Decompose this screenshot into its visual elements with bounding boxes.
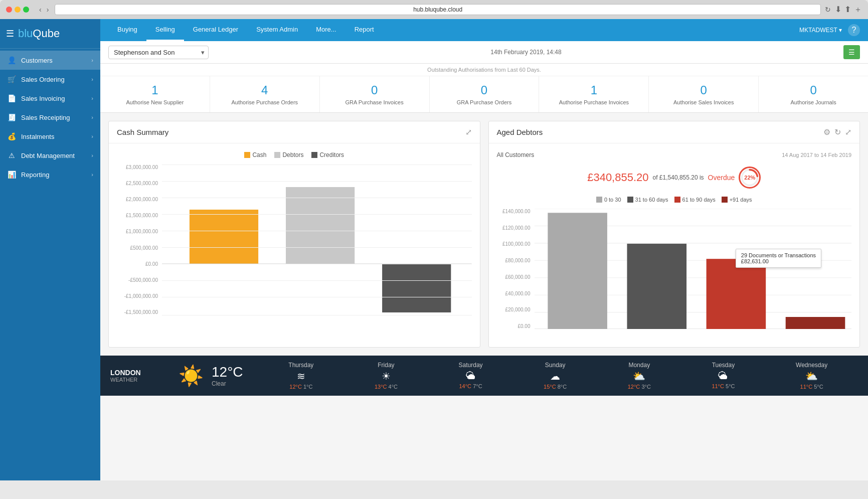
y-label-6: £0.00	[145, 261, 158, 267]
aged-dot-61-90	[674, 197, 680, 203]
auth-card-purchase-orders[interactable]: 4 Authorise Purchase Orders	[210, 76, 320, 112]
cash-summary-panel: Cash Summary ⤢ Cash	[108, 121, 480, 348]
sidebar-item-reporting[interactable]: 📊 Reporting ›	[0, 165, 100, 184]
weather-temp-area: 12°C Clear	[212, 364, 243, 387]
aged-chart-svg	[535, 209, 852, 329]
chart-bars-area	[162, 164, 472, 315]
weather-day-tuesday: Tuesday 🌥 11°C 5°C	[712, 362, 735, 390]
cash-summary-header: Cash Summary ⤢	[109, 121, 480, 143]
cash-legend-cash: Cash	[244, 151, 266, 158]
sidebar-item-customers[interactable]: 👤 Customers ›	[0, 51, 100, 70]
svg-rect-10	[548, 213, 607, 329]
gridline-5	[162, 247, 472, 248]
sales-ordering-icon: 🛒	[7, 75, 16, 83]
auth-number-gra-invoices: 0	[371, 83, 378, 97]
overdue-of: of £1,540,855.20 is	[653, 174, 704, 181]
thursday-temps: 12°C 1°C	[289, 384, 312, 390]
aged-y-3: £80,000.00	[505, 258, 530, 263]
sidebar-item-debt-management[interactable]: ⚠ Debt Management ›	[0, 146, 100, 165]
saturday-icon: 🌥	[466, 370, 476, 382]
auth-card-new-supplier[interactable]: 1 Authorise New Supplier	[100, 76, 210, 112]
menu-button[interactable]: ☰	[843, 45, 860, 59]
sidebar-label-instalments: Instalments	[21, 133, 54, 140]
overdue-circle: 22%	[739, 167, 761, 189]
nav-report[interactable]: Report	[345, 19, 383, 41]
sidebar-item-sales-ordering[interactable]: 🛒 Sales Ordering ›	[0, 70, 100, 89]
wednesday-label: Wednesday	[796, 362, 827, 369]
aged-y-axis: £140,000.00 £120,000.00 £100,000.00 £80,…	[497, 209, 535, 329]
cash-legend: Cash Debtors Creditors	[117, 151, 472, 158]
aged-legend-31-60: 31 to 60 days	[627, 197, 668, 203]
auth-card-gra-invoices[interactable]: 0 GRA Purchase Invoices	[320, 76, 430, 112]
auth-number-sales-invoices: 0	[701, 83, 707, 97]
auth-card-purchase-invoices[interactable]: 1 Authorise Purchase Invoices	[539, 76, 649, 112]
top-nav: Buying Selling General Ledger System Adm…	[100, 19, 868, 41]
friday-icon: ☀	[382, 370, 391, 382]
auth-label-gra-orders: GRA Purchase Orders	[457, 99, 511, 105]
sidebar-label-customers: Customers	[21, 57, 53, 64]
weather-day-thursday: Thursday ≋ 12°C 1°C	[288, 362, 313, 390]
y-label-7: -£500,000.00	[128, 277, 158, 283]
content-area: Stephenson and Son 14th February 2019, 1…	[100, 41, 868, 480]
cash-dot	[244, 152, 250, 158]
tuesday-icon: 🌥	[718, 370, 728, 382]
download-icon[interactable]: ⬇	[835, 5, 841, 15]
expand-icon[interactable]: ⤢	[465, 127, 472, 137]
maximize-button[interactable]	[23, 7, 29, 13]
y-axis: £3,000,000.00 £2,500,000.00 £2,000,000.0…	[117, 164, 162, 315]
y-label-5: £500,000.00	[130, 245, 158, 251]
weather-day-sunday: Sunday ☁ 15°C 8°C	[544, 362, 567, 390]
close-button[interactable]	[6, 7, 12, 13]
auth-label-purchase-invoices: Authorise Purchase Invoices	[559, 99, 629, 105]
aged-dot-0-30	[596, 197, 602, 203]
aged-debtors-panel: Aged Debtors ⚙ ↻ ⤢ All Customers 14 Aug …	[488, 121, 860, 348]
sidebar-item-sales-receipting[interactable]: 🧾 Sales Receipting ›	[0, 108, 100, 127]
overdue-info: £340,855.20 of £1,540,855.20 is Overdue …	[497, 167, 852, 189]
auth-number-new-supplier: 1	[151, 83, 158, 97]
auth-card-gra-orders[interactable]: 0 GRA Purchase Orders	[430, 76, 540, 112]
thursday-label: Thursday	[288, 362, 313, 369]
auth-number-journals: 0	[810, 83, 816, 97]
wednesday-temps: 11°C 5°C	[800, 384, 823, 390]
sidebar-item-sales-invoicing[interactable]: 📄 Sales Invoicing ›	[0, 89, 100, 108]
aged-y-7: £0.00	[517, 323, 530, 329]
gridline-2	[162, 198, 472, 198]
help-button[interactable]: ?	[848, 24, 860, 36]
forward-button[interactable]: ›	[45, 5, 51, 15]
back-button[interactable]: ‹	[37, 5, 44, 15]
nav-general-ledger[interactable]: General Ledger	[184, 19, 247, 41]
sidebar-item-instalments[interactable]: 💰 Instalments ›	[0, 127, 100, 146]
refresh-icon[interactable]: ↻	[834, 127, 841, 137]
browser-toolbar: ‹ › hub.bluqube.cloud ↻ ⬇ ⬆ ＋	[6, 4, 862, 19]
reload-icon[interactable]: ↻	[825, 6, 831, 14]
y-label-3: £1,500,000.00	[126, 213, 158, 218]
customers-icon: 👤	[7, 56, 16, 64]
company-select[interactable]: Stephenson and Son	[108, 46, 209, 59]
settings-icon[interactable]: ⚙	[823, 127, 830, 137]
new-tab-icon[interactable]: ＋	[854, 5, 862, 15]
logo: bluQube	[18, 27, 60, 40]
auth-card-journals[interactable]: 0 Authorise Journals	[759, 76, 868, 112]
weather-city: LONDON	[110, 369, 170, 377]
friday-temps: 13°C 4°C	[375, 384, 398, 390]
aged-legend-0-30: 0 to 30	[596, 197, 621, 203]
minimize-button[interactable]	[15, 7, 21, 13]
traffic-lights	[6, 7, 29, 13]
y-label-8: -£1,000,000.00	[124, 293, 158, 299]
nav-selling[interactable]: Selling	[146, 19, 184, 41]
gridline-3	[162, 214, 472, 215]
nav-system-admin[interactable]: System Admin	[247, 19, 307, 41]
address-bar[interactable]: hub.bluqube.cloud	[55, 4, 821, 15]
auth-number-purchase-orders: 4	[261, 83, 268, 97]
user-menu[interactable]: MKTADWEST ▾	[799, 27, 842, 34]
weather-desc: Clear	[212, 380, 243, 387]
share-icon[interactable]: ⬆	[844, 5, 851, 15]
aged-legend: 0 to 30 31 to 60 days 61 to 90 days	[497, 197, 852, 203]
auth-card-sales-invoices[interactable]: 0 Authorise Sales Invoices	[649, 76, 759, 112]
nav-buying[interactable]: Buying	[108, 19, 146, 41]
aged-bars-area: 29 Documents or Transactions £82,631.00	[535, 209, 852, 329]
hamburger-icon[interactable]: ☰	[6, 28, 14, 39]
nav-more[interactable]: More...	[307, 19, 345, 41]
sunday-temps: 15°C 8°C	[544, 384, 567, 390]
expand-icon[interactable]: ⤢	[845, 127, 851, 137]
